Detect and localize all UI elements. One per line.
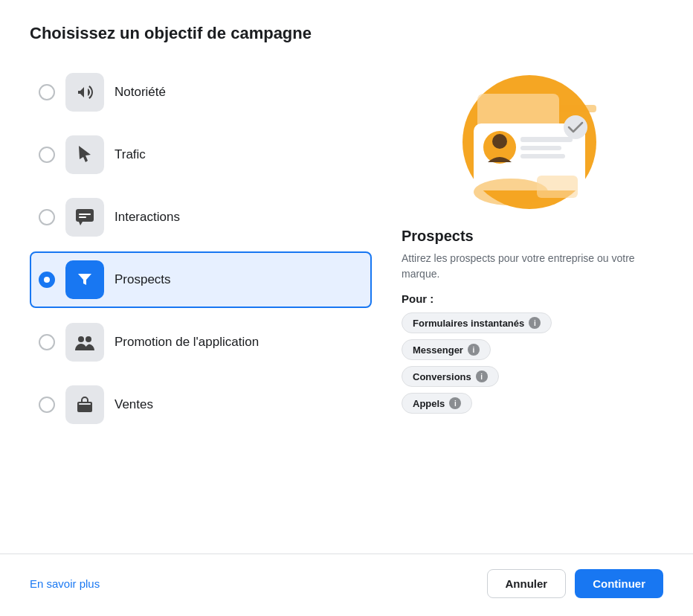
option-interactions[interactable]: Interactions [30,189,372,246]
radio-trafic[interactable] [39,147,55,163]
option-ventes[interactable]: Ventes [30,376,372,433]
svg-rect-10 [559,105,596,112]
radio-ventes[interactable] [39,397,55,413]
chat-icon [75,208,94,226]
options-list: Notoriété Trafic [30,64,372,536]
tag-messenger: Messenger i [402,339,491,360]
tag-messenger-label: Messenger [413,344,463,356]
svg-rect-15 [520,137,573,142]
continue-button[interactable]: Continuer [575,569,663,598]
svg-point-5 [86,336,91,342]
illustration [440,64,619,213]
info-icon-appels[interactable]: i [449,397,461,409]
bag-icon [76,396,94,414]
icon-box-promotion [65,323,104,362]
tag-conversions-label: Conversions [413,371,471,382]
icon-box-ventes [65,385,104,424]
svg-rect-16 [520,146,561,150]
tag-formulaires: Formulaires instantanés i [402,312,552,333]
label-promotion: Promotion de l'application [115,335,259,350]
footer: En savoir plus Annuler Continuer [0,554,693,616]
svg-point-18 [564,115,587,139]
svg-rect-2 [79,214,91,215]
cursor-icon [76,146,94,164]
cancel-button[interactable]: Annuler [487,569,567,598]
megaphone-icon [76,83,94,101]
radio-interactions[interactable] [39,209,55,225]
svg-point-14 [492,134,507,149]
icon-box-notoriete [65,73,104,112]
icon-box-interactions [65,198,104,237]
footer-buttons: Annuler Continuer [487,569,664,598]
svg-rect-20 [537,176,578,198]
info-icon-conversions[interactable]: i [476,370,488,382]
detail-title: Prospects [402,228,654,245]
funnel-icon [76,271,94,289]
icon-box-prospects [65,260,104,299]
label-interactions: Interactions [115,210,180,225]
label-notoriete: Notoriété [115,85,166,100]
option-notoriete[interactable]: Notoriété [30,64,372,121]
svg-rect-7 [79,403,91,405]
tag-formulaires-label: Formulaires instantanés [413,318,524,329]
svg-point-4 [78,336,84,342]
label-prospects: Prospects [115,272,171,287]
option-promotion[interactable]: Promotion de l'application [30,314,372,370]
detail-pour: Pour : [402,292,654,305]
svg-marker-1 [79,222,83,225]
tags-list: Formulaires instantanés i Messenger i Co… [402,312,654,414]
radio-notoriete[interactable] [39,84,55,100]
modal-title: Choisissez un objectif de campagne [30,24,663,43]
detail-info: Prospects Attirez les prospects pour vot… [396,228,654,414]
info-icon-messenger[interactable]: i [468,344,480,356]
icon-box-trafic [65,135,104,174]
label-trafic: Trafic [115,147,146,162]
detail-description: Attirez les prospects pour votre entrepr… [402,251,654,282]
learn-more-link[interactable]: En savoir plus [30,577,100,590]
radio-promotion[interactable] [39,334,55,350]
svg-rect-0 [76,209,94,222]
tag-conversions: Conversions i [402,366,499,387]
svg-rect-17 [520,154,565,158]
detail-panel: Prospects Attirez les prospects pour vot… [396,64,663,536]
option-trafic[interactable]: Trafic [30,126,372,183]
svg-rect-3 [79,216,86,218]
label-ventes: Ventes [115,397,153,412]
option-prospects[interactable]: Prospects [30,251,372,308]
tag-appels: Appels i [402,393,472,414]
info-icon-formulaires[interactable]: i [529,317,541,329]
tag-appels-label: Appels [413,398,445,409]
users-icon [74,334,95,350]
radio-prospects[interactable] [39,272,55,288]
